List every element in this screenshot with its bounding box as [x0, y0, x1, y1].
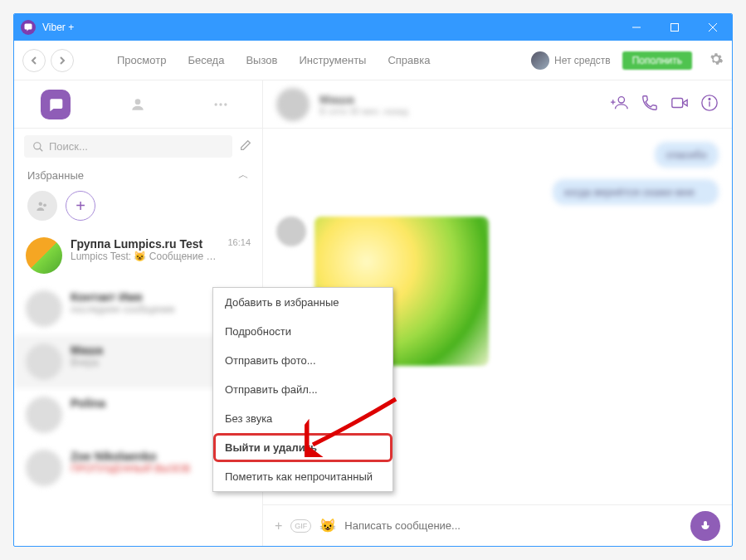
attach-button[interactable]: + — [275, 519, 282, 533]
search-placeholder: Поиск... — [49, 140, 88, 153]
menubar: Просмотр Беседа Вызов Инструменты Справк… — [14, 41, 732, 80]
balance-label: Нет средств — [554, 55, 611, 66]
chat-preview: Lumpics Test: 😺 Сообщение со стикером — [71, 251, 219, 262]
chat-avatar — [26, 343, 62, 380]
chevron-up-icon: ︿ — [238, 168, 249, 183]
message-bubble: когда вернётся скажи мне — [553, 179, 719, 205]
svg-point-11 — [43, 203, 46, 207]
chat-avatar — [26, 290, 62, 327]
message-avatar — [276, 217, 306, 246]
message-bubble: спасибо — [655, 142, 719, 168]
menu-send-file[interactable]: Отправить файл... — [213, 375, 393, 404]
maximize-button[interactable] — [656, 14, 694, 41]
nav-forward-button[interactable] — [51, 49, 74, 72]
svg-point-4 — [135, 99, 141, 105]
svg-point-12 — [618, 96, 624, 102]
menu-chat[interactable]: Беседа — [179, 54, 232, 66]
video-call-button[interactable] — [670, 94, 689, 115]
menu-tools[interactable]: Инструменты — [290, 54, 374, 66]
svg-point-16 — [709, 98, 710, 100]
chat-name: Группа Lumpics.ru Test — [71, 237, 219, 251]
context-menu: Добавить в избранные Подробности Отправи… — [212, 287, 393, 492]
svg-point-8 — [34, 142, 41, 149]
chat-item-group[interactable]: Группа Lumpics.ru Test Lumpics Test: 😺 С… — [14, 229, 262, 282]
gif-button[interactable]: GIF — [290, 519, 311, 533]
viber-logo-icon — [21, 20, 36, 35]
menu-leave-delete[interactable]: Выйти и удалить — [213, 433, 393, 462]
settings-button[interactable] — [709, 51, 724, 70]
chat-avatar — [26, 237, 62, 274]
menu-add-favorite[interactable]: Добавить в избранные — [213, 288, 393, 317]
svg-rect-13 — [672, 98, 683, 107]
svg-point-5 — [215, 103, 217, 105]
chat-header: Маша В сети 30 мин. назад — [263, 80, 732, 129]
minimize-button[interactable] — [617, 14, 656, 41]
menu-view[interactable]: Просмотр — [109, 54, 174, 66]
chat-avatar — [26, 397, 62, 433]
topup-button[interactable]: Пополнить — [622, 51, 692, 70]
search-icon — [32, 141, 44, 153]
menu-details[interactable]: Подробности — [213, 317, 393, 346]
chat-time: 16:14 — [227, 237, 251, 274]
chat-header-avatar[interactable] — [276, 88, 310, 121]
menu-mark-unread[interactable]: Пометить как непрочитанный — [213, 462, 393, 491]
close-button[interactable] — [694, 14, 732, 41]
sticker-button[interactable]: 😺 — [319, 518, 336, 533]
account-balance[interactable]: Нет средств — [531, 51, 611, 70]
window-title: Viber + — [42, 22, 74, 33]
menu-call[interactable]: Вызов — [237, 54, 285, 66]
add-participant-button[interactable] — [611, 94, 629, 115]
menu-mute[interactable]: Без звука — [213, 404, 393, 433]
svg-point-7 — [224, 103, 227, 105]
chat-header-name: Маша — [319, 92, 408, 106]
menu-help[interactable]: Справка — [379, 54, 438, 66]
menu-send-photo[interactable]: Отправить фото... — [213, 346, 393, 375]
tab-more[interactable] — [206, 90, 236, 119]
nav-back-button[interactable] — [22, 49, 46, 72]
favorites-header[interactable]: Избранные ︿ — [14, 164, 262, 186]
chat-header-status: В сети 30 мин. назад — [319, 106, 408, 116]
message-input[interactable] — [344, 519, 682, 532]
compose-button[interactable] — [239, 139, 252, 155]
svg-rect-1 — [671, 24, 679, 32]
voice-call-button[interactable] — [641, 94, 659, 115]
app-window: Viber + Просмотр Беседа Вызов Инструмент… — [13, 13, 733, 547]
sidebar-tabs — [14, 80, 262, 129]
search-input[interactable]: Поиск... — [24, 135, 232, 158]
voice-message-button[interactable] — [690, 511, 720, 541]
chat-avatar — [26, 450, 62, 486]
tab-chats[interactable] — [41, 90, 71, 119]
titlebar: Viber + — [14, 14, 732, 41]
chat-info-button[interactable] — [700, 94, 719, 115]
svg-line-9 — [40, 148, 43, 151]
svg-point-10 — [39, 202, 43, 207]
add-favorite-button[interactable]: + — [66, 191, 95, 221]
svg-point-6 — [219, 103, 222, 105]
tab-contacts[interactable] — [123, 90, 153, 119]
favorites-label: Избранные — [27, 169, 84, 182]
message-composer: + GIF 😺 — [263, 504, 732, 546]
favorite-group-icon[interactable] — [27, 191, 57, 221]
account-avatar — [531, 51, 549, 70]
